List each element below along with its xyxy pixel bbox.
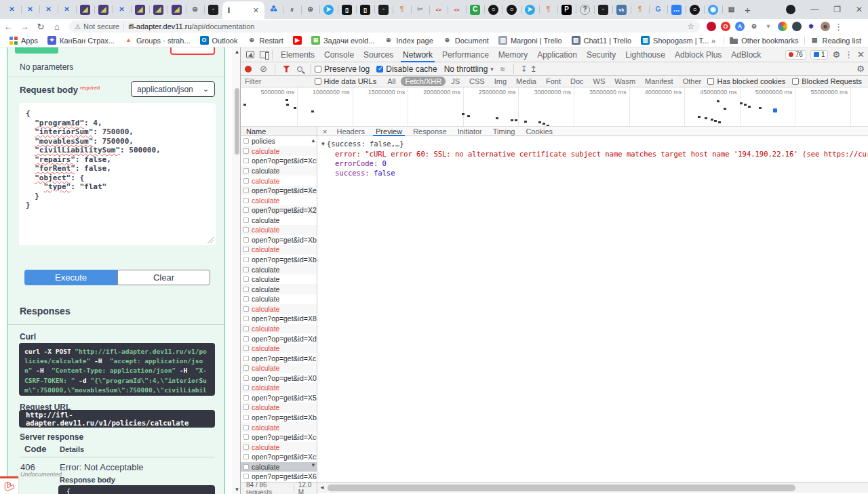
browser-tab[interactable]: ◦ <box>594 0 612 19</box>
hscroll-thumb[interactable] <box>328 485 795 491</box>
request-row[interactable]: open?op=get&id=X2.. <box>241 205 317 215</box>
detail-tab-headers[interactable]: Headers <box>331 127 370 136</box>
scroll-up-icon[interactable]: ▲ <box>233 49 240 55</box>
browser-tab[interactable]: // <box>283 0 301 19</box>
devtools-tab-adblock-plus[interactable]: Adblock Plus <box>670 47 726 62</box>
browser-tab[interactable]: ⁂ <box>264 0 283 19</box>
request-row[interactable]: calculate <box>241 274 317 285</box>
color-wheel-icon[interactable] <box>778 22 787 31</box>
request-row[interactable]: calculate <box>241 383 317 393</box>
preview-root-line[interactable]: ▼{success: false,…} <box>321 139 868 149</box>
browser-tab[interactable]: ✂ <box>411 0 429 19</box>
request-row[interactable]: open?op=get&id=X8.. <box>241 314 317 324</box>
bookmark-item[interactable]: ⊕Index page <box>384 36 433 45</box>
filter-pill-wasm[interactable]: Wasm <box>610 77 639 86</box>
avatar[interactable]: ☻ <box>821 22 830 31</box>
network-settings-gear-icon[interactable]: ⚙ <box>856 64 865 74</box>
request-row[interactable]: open?op=get&id=X5.. <box>241 393 317 403</box>
browser-tab[interactable]: ▤ <box>722 0 741 19</box>
window-close-button[interactable]: ✕ <box>856 5 863 14</box>
preview-content[interactable]: ▼{success: false,…} error: "cURL error 6… <box>317 136 868 178</box>
browser-menu-icon[interactable]: ⋮ <box>834 22 843 32</box>
timeline-request-dot[interactable] <box>717 100 719 102</box>
detail-tab-preview[interactable]: Preview <box>370 127 408 136</box>
curl-command-block[interactable]: curl -X POST "http://ifl-adapter.dev11.r… <box>19 343 215 396</box>
laravel-debugbar-toggle[interactable] <box>0 476 18 494</box>
blocked-requests-checkbox[interactable] <box>792 78 799 85</box>
bookmark-item[interactable]: ▥Shopogasm | T... <box>641 36 709 45</box>
list-scroll-up-icon[interactable]: ▲ <box>311 138 316 144</box>
browser-tab[interactable]: ○ <box>686 0 704 19</box>
request-row[interactable]: calculate <box>241 284 317 294</box>
forward-button[interactable]: → <box>16 22 33 32</box>
filter-input[interactable] <box>245 77 313 85</box>
page-scrollbar[interactable]: ▲ ▼ <box>233 47 240 494</box>
browser-tab[interactable]: ○ <box>484 0 502 19</box>
timeline-request-dot[interactable] <box>524 121 527 123</box>
request-row[interactable]: policies <box>241 136 317 146</box>
blocked-cookies-label[interactable]: Has blocked cookies <box>717 77 785 85</box>
bookmark-item[interactable]: ▥Margoni | Trello <box>498 36 562 45</box>
bookmark-item[interactable]: OOutlook <box>200 36 238 45</box>
bookmark-item[interactable]: Apps <box>9 36 38 45</box>
request-row[interactable]: open?op=get&id=Xce. <box>241 432 317 442</box>
browser-tab[interactable]: ◢ <box>94 0 113 19</box>
timeline-request-dot[interactable] <box>311 110 314 112</box>
request-row[interactable]: calculate <box>241 215 317 226</box>
translate-icon[interactable]: A <box>735 22 745 31</box>
browser-tab[interactable]: ✕ <box>21 0 39 19</box>
request-row[interactable]: calculate <box>241 344 317 354</box>
browser-tab[interactable]: ◦ <box>204 0 222 19</box>
blocked-cookies-checkbox[interactable] <box>707 78 714 85</box>
detail-tab-timing[interactable]: Timing <box>488 127 521 136</box>
timeline-request-dot[interactable] <box>740 102 743 104</box>
content-type-dropdown[interactable]: application/json ⌄ <box>131 81 215 97</box>
reload-button[interactable]: ↻ <box>33 22 49 32</box>
timeline-request-dot[interactable] <box>538 121 541 123</box>
browser-tab[interactable]: ? <box>576 0 594 19</box>
browser-tab[interactable]: ¶ <box>539 0 557 19</box>
maximize-button[interactable]: ❐ <box>833 5 841 14</box>
timeline-request-dot[interactable] <box>698 116 701 118</box>
not-secure-label[interactable]: Not secure <box>83 22 119 30</box>
resize-handle[interactable] <box>208 237 214 243</box>
timeline-request-dot[interactable] <box>744 104 747 106</box>
browser-tab[interactable]: … <box>667 0 686 19</box>
browser-tab[interactable]: <> <box>448 0 466 19</box>
timeline-request-dot[interactable] <box>711 119 713 121</box>
browser-tab[interactable]: [] <box>338 0 356 19</box>
browser-tab[interactable]: ✕ <box>3 0 21 19</box>
request-row[interactable]: calculate <box>241 304 317 314</box>
browser-tab[interactable]: ➤ <box>319 0 338 19</box>
request-row[interactable]: open?op=get&id=Xcb <box>241 156 317 166</box>
filter-pill-all[interactable]: All <box>383 77 399 86</box>
request-row[interactable]: calculate <box>241 324 317 334</box>
response-body-block[interactable]: { <box>58 485 215 494</box>
filter-pill-font[interactable]: Font <box>542 77 565 86</box>
minimize-button[interactable]: — <box>810 5 818 14</box>
opera-o-icon[interactable]: O <box>721 22 730 31</box>
timeline-request-dot[interactable] <box>759 107 762 109</box>
filter-pill-img[interactable]: Img <box>490 77 511 86</box>
filter-pill-doc[interactable]: Doc <box>566 77 588 86</box>
execute-button[interactable]: Execute <box>24 270 117 285</box>
browser-tab[interactable]: G <box>649 0 667 19</box>
v-icon[interactable]: ▼ <box>764 22 773 31</box>
filter-pill-css[interactable]: CSS <box>465 77 489 86</box>
filter-pill-js[interactable]: JS <box>447 77 464 86</box>
detail-tab-response[interactable]: Response <box>408 127 452 136</box>
browser-tab[interactable]: ◢ <box>131 0 149 19</box>
request-row[interactable]: open?op=get&id=Xc9. <box>241 452 317 462</box>
timeline-request-dot[interactable] <box>724 108 726 110</box>
cancel-button[interactable] <box>170 47 215 55</box>
bookmark-star-icon[interactable]: ☆ <box>687 22 694 31</box>
timeline-selected-request-dot[interactable] <box>773 108 777 112</box>
clear-button[interactable]: Clear <box>117 270 210 285</box>
request-row[interactable]: open?op=get&id=Xd.. <box>241 333 317 344</box>
request-row[interactable]: calculate <box>241 195 317 205</box>
devtools-tab-application[interactable]: Application <box>532 47 582 62</box>
request-row[interactable]: calculate <box>241 462 317 472</box>
browser-tab[interactable]: vk <box>612 0 631 19</box>
hide-data-urls-label[interactable]: Hide data URLs <box>324 77 377 85</box>
timeline-request-dot[interactable] <box>467 115 470 117</box>
